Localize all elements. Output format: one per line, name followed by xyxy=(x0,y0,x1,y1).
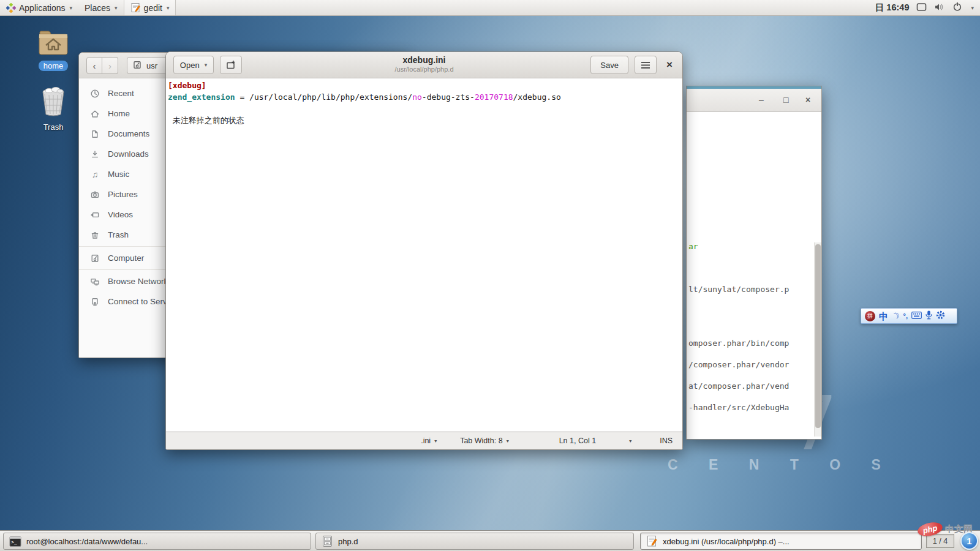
back-button[interactable]: ‹ xyxy=(86,57,102,74)
gedit-icon xyxy=(130,2,141,13)
taskbar-item-terminal[interactable]: >_ root@localhost:/data/www/defau... xyxy=(3,533,311,550)
clock-icon xyxy=(90,89,100,99)
gedit-title-block: xdebug.ini /usr/local/php/php.d xyxy=(394,55,453,73)
server-icon xyxy=(90,297,100,307)
sidebar-label: Downloads xyxy=(108,149,149,159)
taskbar: >_ root@localhost:/data/www/defau... php… xyxy=(0,530,980,551)
sidebar-label: Trash xyxy=(108,230,129,239)
document-icon xyxy=(90,129,100,139)
bgwin-minimize-button[interactable]: – xyxy=(759,94,764,105)
ime-logo-icon[interactable]: 拼 xyxy=(865,311,875,321)
centos-text-watermark: C E N T O S xyxy=(668,457,894,473)
file-type-label: .ini xyxy=(421,437,431,445)
camera-icon xyxy=(90,190,100,200)
new-document-button[interactable] xyxy=(220,56,242,74)
trash-can-icon xyxy=(37,109,70,119)
home-icon-label: home xyxy=(39,61,69,71)
download-icon xyxy=(90,149,100,159)
taskbar-item-xdebug-ini[interactable]: xdebug.ini (/usr/local/php/php.d) –... xyxy=(640,533,922,550)
clock[interactable]: 日 16:49 xyxy=(875,2,910,13)
sidebar-label: Music xyxy=(108,170,129,179)
hamburger-icon xyxy=(641,62,650,69)
cursor-position[interactable]: Ln 1, Col 1 xyxy=(559,437,596,445)
forward-button[interactable]: › xyxy=(102,57,118,74)
ime-punctuation-toggle[interactable]: °, xyxy=(903,313,908,320)
menu-button[interactable] xyxy=(635,56,657,74)
goto-line-caret-icon[interactable]: ▾ xyxy=(629,438,631,444)
caret-down-icon: ▾ xyxy=(70,5,73,11)
ime-keyboard-icon[interactable] xyxy=(911,310,922,321)
caret-down-icon: ▾ xyxy=(205,62,208,68)
terminal-icon: >_ xyxy=(9,536,21,547)
sidebar-label: Connect to Server xyxy=(108,297,175,306)
background-window: – □ × arlt/sunylat/composer.pomposer.pha… xyxy=(686,86,822,440)
home-folder-icon xyxy=(37,48,69,58)
close-button[interactable]: × xyxy=(666,59,673,71)
places-label: Places xyxy=(85,3,110,13)
caret-down-icon: ▾ xyxy=(115,5,118,11)
applications-label: Applications xyxy=(19,3,66,13)
active-app-menu[interactable]: gedit ▾ xyxy=(124,0,176,15)
gedit-text-area[interactable]: [xdebug]zend_extension = /usr/local/php/… xyxy=(166,78,682,432)
bgwin-maximize-button[interactable]: □ xyxy=(783,94,788,105)
caret-down-icon: ▾ xyxy=(507,438,509,444)
gedit-statusbar: .ini ▾ Tab Width: 8 ▾ Ln 1, Col 1 ▾ INS xyxy=(166,432,682,449)
drive-icon xyxy=(132,60,142,72)
active-app-label: gedit xyxy=(144,3,162,13)
sidebar-label: Recent xyxy=(108,89,134,98)
power-icon[interactable] xyxy=(952,2,962,13)
desktop-icon-trash[interactable]: Trash xyxy=(26,86,81,132)
sidebar-label: Home xyxy=(108,109,130,118)
ime-settings-gear-icon[interactable] xyxy=(936,310,945,322)
drive-icon xyxy=(90,253,100,263)
sidebar-label: Documents xyxy=(108,129,149,138)
sidebar-label: Browse Network xyxy=(108,277,168,286)
sidebar-label: Pictures xyxy=(108,190,138,199)
trash-icon-label: Trash xyxy=(39,122,69,132)
places-menu[interactable]: Places ▾ xyxy=(78,0,124,15)
ime-language-toggle[interactable]: 中 xyxy=(879,312,888,321)
bgwin-content[interactable]: arlt/sunylat/composer.pomposer.phar/bin/… xyxy=(687,112,821,439)
music-icon: ♫ xyxy=(90,170,100,179)
caret-down-icon[interactable]: ▾ xyxy=(971,5,974,11)
tab-width-selector[interactable]: Tab Width: 8 ▾ xyxy=(460,437,509,445)
file-type-selector[interactable]: .ini ▾ xyxy=(421,437,437,445)
taskbar-item-label: xdebug.ini (/usr/local/php/php.d) –... xyxy=(663,537,790,546)
input-mode-indicator[interactable]: INS xyxy=(660,437,673,445)
notification-badge[interactable]: 1 xyxy=(960,532,978,550)
ime-microphone-icon[interactable] xyxy=(925,310,932,322)
window-title: xdebug.ini xyxy=(394,55,453,65)
home-icon xyxy=(90,109,100,119)
sidebar-label: Computer xyxy=(108,253,144,263)
save-button[interactable]: Save xyxy=(590,56,628,74)
file-cabinet-icon xyxy=(322,535,333,547)
network-icon xyxy=(90,277,100,287)
video-icon xyxy=(90,210,100,220)
centos-logo-icon xyxy=(6,3,16,13)
trash-icon xyxy=(90,230,100,240)
caret-down-icon: ▾ xyxy=(167,5,170,11)
bgwin-scrollbar-thumb[interactable] xyxy=(815,244,821,428)
desktop-icon-home[interactable]: home xyxy=(26,29,81,71)
bgwin-scrollbar[interactable] xyxy=(814,242,821,437)
display-icon[interactable] xyxy=(916,2,927,13)
window-subtitle: /usr/local/php/php.d xyxy=(394,66,453,73)
bgwin-close-button[interactable]: × xyxy=(805,94,810,105)
desktop: 7 C E N T O S home Trash xyxy=(0,0,980,551)
ime-toolbar: 拼 中 ☽ °, xyxy=(861,308,957,324)
open-button[interactable]: Open ▾ xyxy=(173,56,214,74)
bgwin-titlebar[interactable]: – □ × xyxy=(687,89,821,112)
workspace-pager[interactable]: 1 / 4 xyxy=(926,534,954,548)
ime-halfwidth-toggle-icon[interactable]: ☽ xyxy=(890,310,901,321)
applications-menu[interactable]: Applications ▾ xyxy=(0,0,78,15)
breadcrumb-label: usr xyxy=(146,61,157,70)
panel-status-area: 日 16:49 ▾ xyxy=(875,2,980,13)
volume-icon[interactable] xyxy=(934,2,945,13)
gedit-window: Open ▾ xdebug.ini /usr/local/php/php.d S… xyxy=(165,51,683,450)
gedit-headerbar[interactable]: Open ▾ xdebug.ini /usr/local/php/php.d S… xyxy=(166,52,682,78)
taskbar-item-php-d[interactable]: php.d xyxy=(315,533,634,550)
sidebar-label: Videos xyxy=(108,210,133,219)
taskbar-item-label: root@localhost:/data/www/defau... xyxy=(26,537,148,546)
php-logo: php xyxy=(916,520,943,538)
tab-width-label: Tab Width: 8 xyxy=(460,437,502,445)
